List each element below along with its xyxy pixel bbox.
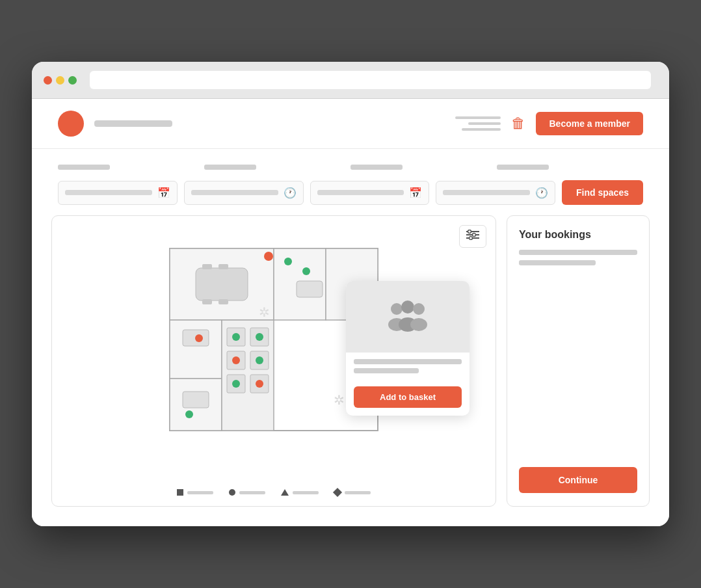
legend-circle-icon xyxy=(229,489,235,496)
svg-point-36 xyxy=(302,267,310,275)
header: 🗑 Become a member xyxy=(32,99,669,149)
browser-window: 🗑 Become a member xyxy=(32,62,669,526)
booking-bar-1 xyxy=(519,250,637,255)
search-label-1 xyxy=(58,165,196,174)
calendar-icon-2: 📅 xyxy=(409,187,422,199)
people-icon xyxy=(385,297,430,336)
find-spaces-button[interactable]: Find spaces xyxy=(562,180,643,205)
svg-rect-9 xyxy=(202,264,212,269)
address-bar[interactable] xyxy=(90,71,651,89)
svg-point-19 xyxy=(185,410,193,418)
map-panel: ✲ ✲ xyxy=(51,215,496,507)
dot-maximize[interactable] xyxy=(68,76,77,85)
dot-close[interactable] xyxy=(44,76,52,85)
logo-circle xyxy=(58,111,84,137)
calendar-icon-1: 📅 xyxy=(157,187,170,199)
search-labels xyxy=(58,165,643,174)
svg-point-4 xyxy=(473,234,476,237)
svg-rect-39 xyxy=(297,281,323,297)
legend-item-3 xyxy=(281,489,319,496)
svg-text:✲: ✲ xyxy=(334,393,345,407)
svg-rect-14 xyxy=(170,320,222,379)
svg-point-29 xyxy=(232,356,240,364)
svg-point-5 xyxy=(470,237,473,240)
svg-point-28 xyxy=(256,333,263,341)
search-section: 📅 🕐 📅 🕐 Find spaces xyxy=(32,149,669,215)
header-line-3 xyxy=(462,128,501,131)
booking-bar-2 xyxy=(519,260,596,265)
popup-card: Add to basket xyxy=(346,281,470,416)
svg-point-42 xyxy=(401,301,414,314)
search-inputs-row: 📅 🕐 📅 🕐 Find spaces xyxy=(58,180,643,205)
svg-point-13 xyxy=(264,252,273,261)
continue-button[interactable]: Continue xyxy=(519,467,637,493)
svg-point-27 xyxy=(232,333,240,341)
search-label-3 xyxy=(350,165,489,174)
add-to-basket-button[interactable]: Add to basket xyxy=(354,386,462,408)
header-line-2 xyxy=(468,122,501,125)
search-field-date[interactable]: 🕐 xyxy=(184,181,304,205)
svg-point-16 xyxy=(195,334,203,342)
svg-rect-10 xyxy=(218,264,228,269)
main-area: ✲ ✲ xyxy=(32,215,669,526)
header-lines xyxy=(455,116,501,131)
header-line-1 xyxy=(455,116,501,119)
filter-button[interactable] xyxy=(459,225,486,248)
legend-item-1 xyxy=(177,489,213,496)
svg-point-35 xyxy=(284,258,292,265)
svg-point-30 xyxy=(256,356,263,364)
legend-item-2 xyxy=(229,489,265,496)
legend-item-4 xyxy=(334,489,371,496)
search-field-location[interactable]: 📅 xyxy=(58,181,178,205)
svg-rect-18 xyxy=(183,392,209,408)
header-right: 🗑 Become a member xyxy=(455,112,643,135)
clock-icon-2: 🕐 xyxy=(535,187,548,199)
popup-info xyxy=(346,353,470,381)
svg-point-3 xyxy=(468,230,471,234)
legend-triangle-icon xyxy=(281,489,289,496)
svg-point-44 xyxy=(413,303,425,315)
popup-image xyxy=(346,281,470,353)
become-member-button[interactable]: Become a member xyxy=(536,112,643,135)
svg-rect-8 xyxy=(196,268,248,301)
svg-rect-11 xyxy=(202,299,212,304)
legend-square-icon xyxy=(177,489,183,496)
svg-text:✲: ✲ xyxy=(259,305,270,319)
search-label-4 xyxy=(497,165,635,174)
search-field-time-end[interactable]: 🕐 xyxy=(436,181,555,205)
svg-point-31 xyxy=(232,380,240,388)
popup-detail-bar xyxy=(354,368,419,373)
booking-text-bars xyxy=(519,250,637,458)
trash-icon[interactable]: 🗑 xyxy=(511,115,525,132)
page-content: 🗑 Become a member xyxy=(32,99,669,526)
browser-chrome xyxy=(32,62,669,99)
svg-point-40 xyxy=(391,303,403,315)
legend xyxy=(52,483,496,506)
search-label-2 xyxy=(204,165,343,174)
logo-text xyxy=(94,120,172,127)
bookings-title: Your bookings xyxy=(519,229,637,241)
svg-point-45 xyxy=(410,318,427,331)
search-field-time-start[interactable]: 📅 xyxy=(310,181,430,205)
bookings-panel: Your bookings Continue xyxy=(507,215,650,507)
svg-point-32 xyxy=(256,380,263,388)
popup-name-bar xyxy=(354,359,462,364)
browser-dots xyxy=(44,76,77,85)
dot-minimize[interactable] xyxy=(56,76,64,85)
clock-icon-1: 🕐 xyxy=(284,187,297,199)
svg-rect-12 xyxy=(218,299,228,304)
legend-diamond-icon xyxy=(333,488,342,497)
